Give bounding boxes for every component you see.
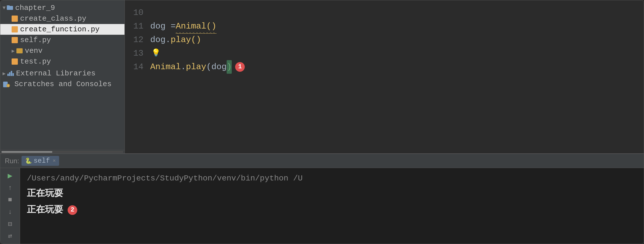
sidebar-item-self[interactable]: self.py (0, 35, 124, 45)
run-up-button[interactable]: ↑ (4, 182, 16, 193)
code-token-animal-play: Animal (150, 60, 181, 74)
arrow-venv: ▶ (12, 48, 15, 54)
output-area: /Users/andy/PycharmProjects/StudyPython/… (20, 168, 644, 244)
py-file-icon (12, 16, 18, 22)
sidebar-item-test[interactable]: test.py (0, 56, 124, 67)
run-tab-name: self (34, 157, 50, 165)
sidebar-item-create-function[interactable]: create_function.py (0, 24, 124, 35)
output-path-line: /Users/andy/PycharmProjects/StudyPython/… (27, 171, 637, 186)
sidebar-label-create-function: create_function.py (20, 25, 100, 34)
code-lines[interactable]: dog = Animal() dog.play() 💡 Animal.play(… (150, 0, 644, 153)
svg-rect-0 (7, 6, 13, 10)
py-file-icon-3 (12, 37, 18, 43)
code-token-animal-call: Animal() (176, 19, 216, 33)
line-num-10: 10 (125, 6, 143, 19)
run-tab-self[interactable]: 🐍 self × (22, 156, 59, 166)
tab-close-button[interactable]: × (53, 158, 56, 164)
py-file-icon-2 (12, 26, 18, 32)
run-layout-button[interactable]: ⊟ (4, 219, 16, 230)
lightbulb-icon[interactable]: 💡 (151, 47, 160, 59)
sidebar-label-venv: venv (25, 47, 42, 55)
output-path-text: /Users/andy/PycharmProjects/StudyPython/… (27, 171, 303, 186)
line-numbers: 10 11 12 13 14 (125, 0, 150, 153)
py-file-icon-4 (12, 58, 18, 65)
line-num-11: 11 (125, 19, 143, 33)
code-token-dog: dog = (150, 19, 176, 33)
output-line-1: 正在玩耍 (27, 186, 637, 202)
run-label: Run: (5, 157, 19, 165)
scratches-icon: ! (3, 80, 12, 88)
line-num-12: 12 (125, 33, 143, 47)
ext-lib-icon (7, 71, 14, 76)
code-token-play: play() (171, 33, 201, 47)
run-tabs-bar: Run: 🐍 self × (0, 154, 644, 168)
run-play-button[interactable]: ▶ (4, 170, 16, 181)
sidebar-item-chapter9[interactable]: ▼ chapter_9 (0, 3, 124, 13)
sidebar-item-ext-libs[interactable]: ▶ External Libraries (0, 68, 124, 79)
code-token-dog2: dog (211, 60, 227, 74)
arrow-chapter9: ▼ (3, 5, 6, 11)
tab-py-icon: 🐍 (25, 157, 32, 164)
code-token-play2: play (186, 60, 206, 74)
code-token-dog-play: dog. (150, 33, 171, 47)
run-rerun-button[interactable]: ⇄ (4, 230, 16, 241)
code-token-dot: . (181, 60, 186, 74)
line-num-13: 13 (125, 47, 143, 60)
bottom-panel: Run: 🐍 self × ▶ ↑ ■ ↓ ⊟ ⇄ /Users/andy/Py… (0, 153, 644, 244)
folder-open-icon (7, 4, 13, 12)
sidebar-item-scratches[interactable]: ! Scratches and Consoles (0, 79, 124, 90)
code-line-12: dog.play() (150, 33, 644, 47)
arrow-ext-libs: ▶ (3, 70, 6, 77)
output-text-1: 正在玩耍 (27, 186, 63, 202)
venv-folder-icon (16, 48, 23, 53)
sidebar-label-chapter9: chapter_9 (15, 4, 55, 12)
svg-rect-1 (7, 5, 10, 6)
scrollbar-thumb (1, 151, 52, 153)
sidebar-label-ext-libs: External Libraries (16, 69, 96, 78)
run-stop-button[interactable]: ■ (4, 194, 16, 205)
code-token-paren-open: ( (206, 60, 211, 74)
editor-area: 10 11 12 13 14 dog = Animal() dog.play() (125, 0, 644, 153)
sidebar-item-venv[interactable]: ▶ venv (0, 45, 124, 56)
sidebar-scrollbar[interactable] (0, 150, 124, 153)
badge-2: 2 (68, 205, 77, 215)
output-text-2: 正在玩耍 (27, 202, 63, 218)
code-line-13: 💡 (150, 47, 644, 60)
svg-text:!: ! (7, 85, 9, 88)
badge-1: 1 (235, 62, 245, 72)
code-content: 10 11 12 13 14 dog = Animal() dog.play() (125, 0, 644, 153)
run-down-button[interactable]: ↓ (4, 206, 16, 217)
sidebar: ▼ chapter_9 create_class.py create_funct… (0, 0, 125, 153)
sidebar-label-self: self.py (20, 36, 51, 44)
main-area: ▼ chapter_9 create_class.py create_funct… (0, 0, 644, 153)
line-num-14: 14 (125, 60, 143, 74)
run-content: ▶ ↑ ■ ↓ ⊟ ⇄ /Users/andy/PycharmProjects/… (0, 168, 644, 244)
sidebar-label-create-class: create_class.py (20, 14, 86, 23)
sidebar-label-test: test.py (20, 57, 51, 66)
code-token-paren-close: ) (227, 60, 232, 74)
sidebar-label-scratches: Scratches and Consoles (14, 80, 111, 88)
code-line-14: Animal.play(dog) 1 (150, 60, 644, 74)
output-line-2: 正在玩耍 2 (27, 202, 637, 218)
scrollbar-track (1, 151, 123, 153)
code-line-10 (150, 6, 644, 19)
run-toolbar: ▶ ↑ ■ ↓ ⊟ ⇄ (0, 168, 20, 244)
code-line-11: dog = Animal() (150, 19, 644, 33)
sidebar-item-create-class[interactable]: create_class.py (0, 13, 124, 24)
